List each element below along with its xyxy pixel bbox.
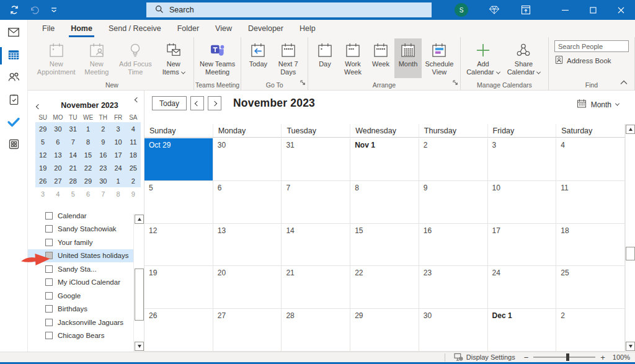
rail-item-tasks[interactable] bbox=[0, 93, 28, 108]
mini-date[interactable]: 8 bbox=[110, 187, 125, 200]
zoom-slider[interactable] bbox=[533, 357, 595, 358]
tab-file[interactable]: File bbox=[34, 20, 63, 37]
mini-date[interactable]: 9 bbox=[95, 135, 110, 148]
scrollbar-thumb[interactable] bbox=[135, 269, 144, 321]
checkbox[interactable] bbox=[45, 239, 53, 246]
day-cell-14[interactable]: 14 bbox=[282, 224, 350, 267]
account-avatar[interactable]: S bbox=[455, 3, 468, 17]
day-cell-2[interactable]: 2 bbox=[556, 309, 625, 352]
mini-date[interactable]: 22 bbox=[81, 161, 95, 174]
previous-month-button[interactable] bbox=[190, 96, 204, 110]
mini-date[interactable]: 3 bbox=[35, 187, 50, 200]
today-button[interactable]: Today bbox=[152, 96, 187, 110]
day-cell-29[interactable]: 29 bbox=[350, 309, 419, 352]
mini-date[interactable]: 6 bbox=[81, 187, 95, 200]
mini-date[interactable]: 12 bbox=[35, 148, 50, 161]
day-cell-31[interactable]: 31 bbox=[282, 138, 350, 181]
mini-date[interactable]: 16 bbox=[95, 148, 110, 161]
scroll-up-icon[interactable] bbox=[135, 215, 144, 224]
day-cell-15[interactable]: 15 bbox=[350, 224, 419, 267]
mini-date[interactable]: 1 bbox=[81, 122, 95, 135]
mini-date[interactable]: 1 bbox=[110, 174, 125, 187]
scrollbar-thumb[interactable] bbox=[626, 247, 635, 260]
mini-date[interactable]: 18 bbox=[126, 148, 141, 161]
day-cell-11[interactable]: 11 bbox=[556, 181, 625, 224]
day-cell-4[interactable]: 4 bbox=[556, 138, 625, 181]
rail-item-calendar[interactable] bbox=[0, 48, 28, 63]
calendar-list-item-jacksonville-jaguars[interactable]: Jacksonville Jaguars bbox=[28, 316, 133, 329]
mini-date[interactable]: 13 bbox=[50, 148, 65, 161]
close-button[interactable] bbox=[607, 0, 635, 20]
checkbox[interactable] bbox=[45, 212, 53, 220]
day-cell-3[interactable]: 3 bbox=[488, 138, 557, 181]
day-cell-dec-1[interactable]: Dec 1 bbox=[488, 309, 557, 352]
mini-date[interactable]: 19 bbox=[35, 161, 50, 174]
day-cell-28[interactable]: 28 bbox=[282, 309, 350, 352]
mini-date[interactable]: 4 bbox=[126, 122, 141, 135]
mini-date[interactable]: 29 bbox=[81, 174, 95, 187]
day-cell-25[interactable]: 25 bbox=[556, 266, 625, 309]
mini-date[interactable]: 31 bbox=[66, 122, 81, 135]
day-cell-16[interactable]: 16 bbox=[419, 224, 488, 267]
day-cell-30[interactable]: 30 bbox=[213, 138, 282, 181]
calendar-list-item-your-family[interactable]: Your family bbox=[28, 236, 133, 249]
tab-help[interactable]: Help bbox=[291, 20, 324, 37]
mini-date[interactable]: 6 bbox=[50, 135, 65, 148]
new-items-button[interactable]: New Items bbox=[157, 38, 190, 78]
day-cell-6[interactable]: 6 bbox=[213, 181, 282, 224]
day-cell-8[interactable]: 8 bbox=[350, 181, 419, 224]
work-week-button[interactable]: Work Week bbox=[339, 38, 367, 78]
mini-date[interactable]: 4 bbox=[50, 187, 65, 200]
mini-date[interactable]: 9 bbox=[126, 187, 141, 200]
day-cell-oct-29[interactable]: Oct 29 bbox=[144, 138, 213, 181]
collapse-ribbon-icon[interactable] bbox=[620, 76, 628, 87]
view-switcher[interactable]: Month bbox=[577, 99, 619, 110]
mini-date[interactable]: 5 bbox=[66, 187, 81, 200]
maximize-button[interactable] bbox=[579, 0, 607, 20]
day-cell-27[interactable]: 27 bbox=[213, 309, 282, 352]
day-cell-20[interactable]: 20 bbox=[213, 266, 282, 309]
new-teams-meeting-button[interactable]: New Teams Meeting bbox=[197, 38, 238, 78]
mini-date[interactable]: 15 bbox=[81, 148, 95, 161]
day-cell-13[interactable]: 13 bbox=[213, 224, 282, 267]
calendar-list-item-calendar[interactable]: Calendar bbox=[28, 209, 133, 223]
folder-pane-scrollbar[interactable] bbox=[133, 214, 144, 352]
checkbox[interactable] bbox=[45, 332, 53, 339]
day-cell-12[interactable]: 12 bbox=[144, 224, 213, 267]
mini-date[interactable]: 2 bbox=[126, 174, 141, 187]
day-cell-22[interactable]: 22 bbox=[350, 266, 419, 309]
checkbox[interactable] bbox=[45, 278, 53, 286]
day-cell-19[interactable]: 19 bbox=[144, 266, 213, 309]
day-cell-21[interactable]: 21 bbox=[282, 266, 350, 309]
mini-date[interactable]: 7 bbox=[95, 187, 110, 200]
share-calendar-button[interactable]: Share Calendar bbox=[502, 38, 545, 78]
day-cell-18[interactable]: 18 bbox=[556, 224, 625, 267]
calendar-list-item-sandy-stachowiak[interactable]: Sandy Stachowiak bbox=[28, 223, 133, 236]
rail-item-more-apps[interactable] bbox=[0, 138, 28, 153]
mini-date[interactable]: 27 bbox=[50, 174, 65, 187]
mini-date[interactable]: 21 bbox=[66, 161, 81, 174]
mini-date[interactable]: 5 bbox=[35, 135, 50, 148]
popout-window-icon[interactable] bbox=[520, 0, 532, 20]
mini-date[interactable]: 14 bbox=[66, 148, 81, 161]
zoom-in-button[interactable]: + bbox=[600, 353, 605, 362]
tab-send-receive[interactable]: Send / Receive bbox=[100, 20, 169, 37]
display-settings-button[interactable]: Display Settings bbox=[445, 353, 524, 362]
day-button[interactable]: Day bbox=[311, 38, 339, 78]
search-people-input[interactable] bbox=[554, 40, 629, 52]
day-cell-17[interactable]: 17 bbox=[488, 224, 557, 267]
day-cell-2[interactable]: 2 bbox=[419, 138, 488, 181]
mini-date[interactable]: 20 bbox=[50, 161, 65, 174]
month-button[interactable]: Month bbox=[394, 38, 422, 78]
premium-gem-icon[interactable] bbox=[488, 0, 500, 20]
mini-date[interactable]: 23 bbox=[95, 161, 110, 174]
checkbox[interactable] bbox=[45, 292, 53, 300]
day-cell-9[interactable]: 9 bbox=[419, 181, 488, 224]
scroll-up-icon[interactable] bbox=[626, 125, 635, 134]
next-7-days-button[interactable]: Next 7 Days bbox=[272, 38, 304, 78]
day-cell-5[interactable]: 5 bbox=[144, 181, 213, 224]
calendar-list-item-chicago-bears[interactable]: Chicago Bears bbox=[28, 329, 133, 343]
checkbox[interactable] bbox=[45, 225, 53, 233]
day-cell-30[interactable]: 30 bbox=[419, 309, 488, 352]
calendar-list-item-google[interactable]: Google bbox=[28, 289, 133, 303]
